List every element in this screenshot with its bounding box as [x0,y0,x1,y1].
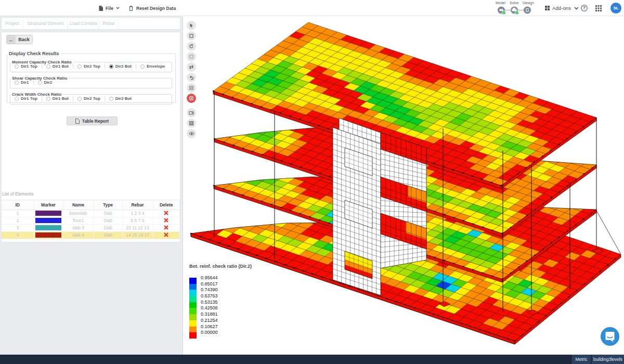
svg-text:?: ? [583,5,586,10]
